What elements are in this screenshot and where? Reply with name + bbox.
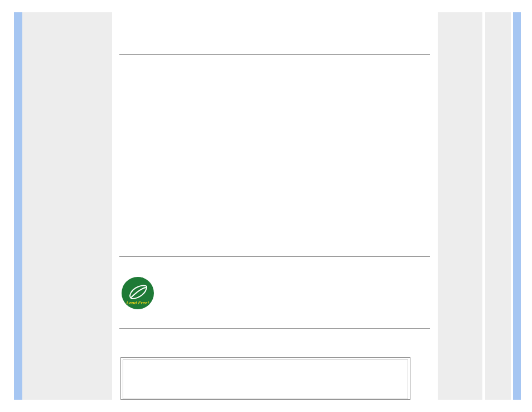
main-content: [112, 12, 438, 400]
divider: [119, 256, 430, 257]
lead-free-badge: Lead Free!: [121, 276, 154, 310]
leaf-icon: Lead Free!: [121, 276, 154, 310]
divider: [119, 54, 430, 55]
sidebar-right-secondary: [485, 12, 511, 400]
divider: [119, 328, 430, 329]
outer-border-right: [513, 12, 521, 400]
outer-border-left: [14, 12, 22, 400]
lead-free-badge-label: Lead Free!: [127, 300, 149, 305]
content-frame-inner: [123, 360, 408, 399]
page-viewport: Lead Free!: [0, 0, 532, 412]
sidebar-right-primary: [438, 12, 482, 400]
content-frame: [120, 357, 410, 400]
sidebar-left: [22, 12, 112, 400]
